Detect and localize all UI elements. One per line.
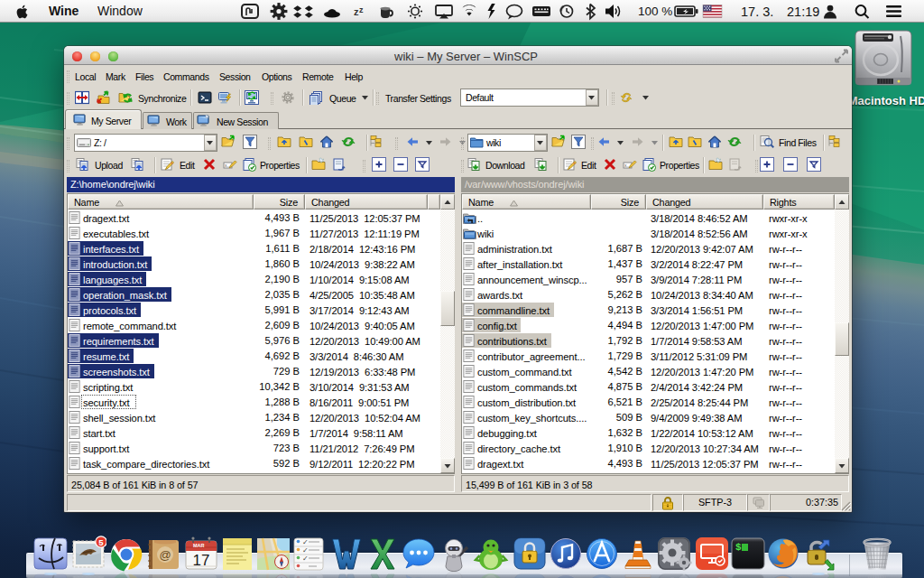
svg-text:✓: ✓ [302, 538, 309, 546]
svg-text:17. 3.: 17. 3. [741, 5, 773, 19]
svg-text:x..: x.. [624, 163, 629, 168]
svg-text:5: 5 [98, 537, 104, 547]
svg-text:100 %: 100 % [638, 5, 672, 18]
svg-text:z: z [359, 5, 364, 14]
svg-text:MAR: MAR [193, 543, 205, 548]
svg-text:x..: x.. [225, 163, 229, 168]
svg-text:$: $ [735, 542, 742, 553]
svg-text:✓: ✓ [302, 555, 309, 563]
svg-text:21:19: 21:19 [787, 5, 819, 19]
svg-text:@: @ [159, 548, 171, 562]
svg-text:✓: ✓ [302, 546, 309, 555]
